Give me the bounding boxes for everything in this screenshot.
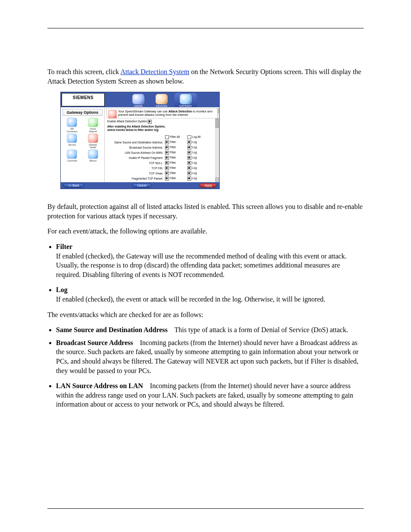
option-log-desc: If enabled (checked), the event or attac… [56,296,325,303]
table-row: Fragmented TCP PacketFilterLog [107,176,217,180]
events-list: Same Source and Destination Address This… [47,325,364,409]
table-row: Broadcast Source AddressFilterLog [107,145,217,149]
events-table: Filter All Log All Same Source and Desti… [106,134,218,181]
screenshot-container: SIEMENS USERS DEVICES GATEWAY [60,92,364,189]
enable-ads-row: Enable Attack Detection System [106,118,218,125]
option-filter-term: Filter [56,243,72,250]
sidebar-item-home-network[interactable]: HomeNetwork [83,118,104,133]
tab-users[interactable]: USERS [128,94,149,107]
filter-all-checkbox[interactable] [165,135,169,139]
devices-icon [156,94,168,104]
filter-checkbox[interactable] [165,151,169,155]
table-row: TCP XmasFilterLog [107,171,217,175]
log-checkbox[interactable] [187,171,191,175]
table-row: LAN Source Address On WANFilterLog [107,150,217,155]
info-banner: Your SpeedStream Gateway can use Attack … [106,108,218,118]
option-filter-desc: If enabled (checked), the Gateway will u… [56,252,346,278]
filter-checkbox[interactable] [165,177,169,180]
reboot-icon [88,149,98,159]
security-icon [67,134,77,143]
sidebar-item-gateway-health[interactable]: GatewayHealth [83,134,104,149]
list-item: Broadcast Source Address Incoming packet… [56,338,364,375]
options-list: Filter If enabled (checked), the Gateway… [47,242,364,304]
event-term: LAN Source Address on LAN [56,382,143,389]
sidebar-item-isp[interactable]: ISPConnection [62,118,83,133]
log-checkbox[interactable] [187,166,191,170]
back-button[interactable]: << Back [63,183,84,188]
log-checkbox[interactable] [187,161,191,165]
table-row: Invalid IP Packet FragmentFilterLog [107,156,217,160]
sidebar-item-customize[interactable]: Customize [62,149,83,162]
event-term: Broadcast Source Address [56,339,133,346]
isp-icon [67,118,77,127]
after-screenshot-paragraph: By default, protection against all of li… [47,202,364,221]
sidebar-title: Gateway Options [62,109,103,116]
log-checkbox[interactable] [187,177,191,180]
intro-paragraph: To reach this screen, click Attack Detec… [47,67,364,86]
brand-logo: SIEMENS [62,93,105,106]
log-checkbox[interactable] [187,151,191,155]
for-each-paragraph: For each event/attack, the following opt… [47,227,364,236]
events-intro: The events/attacks which are checked for… [47,310,364,320]
filter-checkbox[interactable] [165,166,169,170]
bottom-rule [47,508,364,509]
gateway-health-icon [88,134,98,143]
log-checkbox[interactable] [187,146,191,149]
attack-detection-icon [108,110,117,118]
after-enable-text: After enabling the Attack Detection Syst… [106,125,218,134]
gateway-screenshot: SIEMENS USERS DEVICES GATEWAY [60,92,220,189]
filter-checkbox[interactable] [165,140,169,144]
list-item: Same Source and Destination Address This… [56,325,364,335]
event-desc: This type of attack is a form of Denial … [174,326,348,333]
filter-checkbox[interactable] [165,171,169,175]
scrollbar[interactable] [215,108,219,182]
cancel-button[interactable]: Cancel [132,183,151,188]
enable-ads-checkbox[interactable] [148,120,152,124]
home-network-icon [88,118,98,127]
scroll-thumb[interactable] [215,118,219,128]
attack-detection-link[interactable]: Attack Detection System [120,68,189,75]
sidebar-item-reboot[interactable]: Reboot [83,149,104,162]
log-all-checkbox[interactable] [187,135,191,139]
customize-icon [67,149,77,159]
log-checkbox[interactable] [187,156,191,160]
table-row: TCP FINFilterLog [107,166,217,170]
tab-gateway[interactable]: GATEWAY [174,93,197,107]
tab-devices[interactable]: DEVICES [151,94,172,107]
sidebar-item-security[interactable]: Security [62,134,83,149]
intro-pre: To reach this screen, click [47,68,120,75]
list-item: Filter If enabled (checked), the Gateway… [56,242,364,279]
list-item: LAN Source Address on LAN Incoming packe… [56,381,364,409]
table-row: Same Source and Destination AddressFilte… [107,140,217,144]
table-row: TCP NULLFilterLog [107,161,217,165]
list-item: Log If enabled (checked), the event or a… [56,285,364,304]
users-icon [132,94,144,104]
filter-checkbox[interactable] [165,156,169,160]
top-rule [47,28,364,28]
sidebar: Gateway Options ISPConnection HomeNetwor… [61,107,105,182]
event-term: Same Source and Destination Address [56,326,168,333]
option-log-term: Log [56,286,68,293]
filter-checkbox[interactable] [165,161,169,165]
apply-button[interactable]: Apply [199,183,217,188]
scroll-down-icon[interactable] [215,177,219,182]
log-checkbox[interactable] [187,140,191,144]
gateway-icon [180,94,192,104]
main-pane: Your SpeedStream Gateway can use Attack … [105,107,219,182]
filter-checkbox[interactable] [165,146,169,149]
